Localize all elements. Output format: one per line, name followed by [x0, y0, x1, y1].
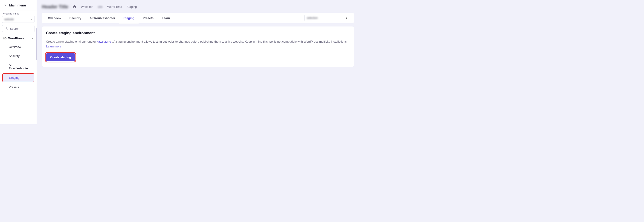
website-name-label: Website name [0, 11, 36, 15]
tabs-select-value: selection [307, 16, 318, 20]
search-placeholder: Search [10, 27, 19, 30]
back-to-main-menu[interactable]: Main menu [0, 0, 36, 11]
sidebar-section-wordpress[interactable]: WordPress ▲ [0, 34, 36, 42]
tab-label: Presets [143, 16, 154, 20]
tab-label: AI Troubleshooter [90, 16, 115, 20]
bc-wordpress[interactable]: WordPress [107, 5, 122, 8]
tabs-card: Overview Security AI Troubleshooter Stag… [42, 13, 354, 23]
website-select[interactable]: website ▼ [2, 16, 35, 23]
website-select-value: website [4, 18, 14, 21]
panel-title: Create staging environment [46, 31, 350, 35]
sidebar-item-security[interactable]: Security [2, 52, 34, 60]
learn-more-link[interactable]: Learn more [46, 45, 61, 48]
chevron-down-icon: ▼ [30, 18, 32, 21]
tab-presets[interactable]: Presets [138, 13, 158, 23]
bc-sep: - [124, 5, 125, 8]
sidebar-item-label: Security [9, 54, 20, 58]
tab-staging[interactable]: Staging [119, 13, 138, 23]
staging-panel: Create staging environment Create a new … [42, 26, 354, 67]
page-title-blur: Header Title [42, 4, 70, 10]
scrollbar-thumb[interactable] [36, 28, 36, 60]
panel-description: Create a new staging environment for kaw… [46, 40, 350, 49]
sidebar-item-staging[interactable]: Staging [2, 73, 34, 82]
svg-point-0 [5, 27, 7, 29]
home-icon[interactable] [73, 5, 76, 9]
tabs-select[interactable]: selection ▼ [304, 15, 350, 21]
bc-sep: - [104, 5, 105, 8]
sidebar: Main menu Website name website ▼ Search … [0, 0, 37, 124]
tabs: Overview Security AI Troubleshooter Stag… [44, 13, 174, 23]
tab-label: Overview [48, 16, 61, 20]
tab-label: Staging [123, 16, 134, 20]
tab-ai-troubleshooter[interactable]: AI Troubleshooter [86, 13, 119, 23]
tab-overview[interactable]: Overview [44, 13, 65, 23]
chevron-down-icon: ▼ [346, 17, 348, 19]
search-input[interactable]: Search [2, 25, 35, 32]
tab-label: Learn [162, 16, 170, 20]
breadcrumb: Header Title - Websites - site - WordPre… [42, 4, 354, 10]
sidebar-item-label: Overview [9, 45, 21, 48]
bc-site-blur[interactable]: site [98, 5, 102, 8]
sidebar-section-label: WordPress [8, 36, 24, 40]
sidebar-item-overview[interactable]: Overview [2, 43, 34, 51]
bc-websites[interactable]: Websites [81, 5, 93, 8]
panel-text-pre: Create a new staging environment for [46, 40, 97, 43]
bc-sep: - [78, 5, 79, 8]
sidebar-item-ai-troubleshooter[interactable]: AI Troubleshooter [2, 61, 34, 72]
sidebar-item-label: Staging [9, 76, 19, 80]
wordpress-icon [3, 37, 6, 40]
back-label: Main menu [9, 4, 26, 7]
create-staging-button[interactable]: Create staging [46, 53, 75, 61]
chevron-left-icon [4, 3, 7, 7]
tab-label: Security [70, 16, 81, 20]
sidebar-item-label: AI Troubleshooter [9, 63, 29, 70]
sidebar-item-label: Presets [9, 86, 19, 89]
chevron-up-icon: ▲ [31, 37, 33, 40]
sidebar-item-presets[interactable]: Presets [2, 83, 34, 91]
domain-link[interactable]: kawsar.me [97, 40, 111, 43]
search-icon [4, 26, 8, 31]
panel-text-post: . A staging environment allows testing o… [111, 40, 348, 43]
tab-learn[interactable]: Learn [158, 13, 174, 23]
svg-line-1 [7, 29, 7, 30]
tab-security[interactable]: Security [65, 13, 86, 23]
main-content: Header Title - Websites - site - WordPre… [37, 0, 359, 124]
sidebar-nav: Overview Security AI Troubleshooter Stag… [0, 42, 36, 94]
bc-staging: Staging [126, 5, 137, 8]
bc-sep: - [95, 5, 96, 8]
